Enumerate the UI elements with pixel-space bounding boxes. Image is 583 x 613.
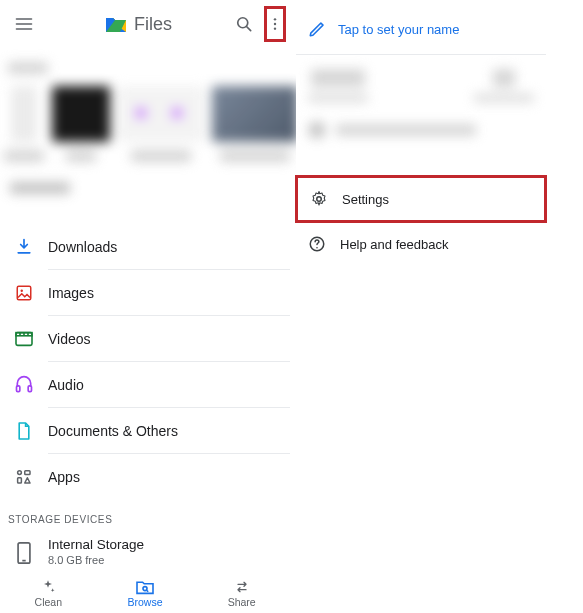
storage-title: Internal Storage: [48, 537, 144, 552]
category-documents[interactable]: Documents & Others: [0, 408, 290, 454]
overflow-panel: Tap to set your name Settings Help and f…: [296, 10, 546, 265]
svg-point-21: [317, 197, 322, 202]
swap-icon: [233, 579, 251, 595]
menu-label: Settings: [342, 192, 389, 207]
hamburger-menu-button[interactable]: [4, 4, 44, 44]
internal-storage-item[interactable]: Internal Storage 8.0 GB free: [0, 531, 290, 567]
categories-list: Downloads Images Videos Audio Documents: [0, 224, 290, 500]
bottom-navigation: Clean Browse Share: [0, 573, 290, 613]
files-logo-icon: [106, 16, 126, 32]
help-icon: [308, 235, 326, 253]
category-label: Audio: [48, 362, 290, 408]
topbar: Files: [0, 0, 290, 48]
category-audio[interactable]: Audio: [0, 362, 290, 408]
more-vert-icon: [267, 14, 283, 34]
folder-search-icon: [135, 579, 155, 595]
sparkle-icon: [39, 579, 57, 595]
video-icon: [10, 325, 38, 353]
menu-icon: [14, 14, 34, 34]
search-icon: [234, 14, 254, 34]
category-images[interactable]: Images: [0, 270, 290, 316]
overflow-menu-button[interactable]: [264, 6, 286, 42]
category-videos[interactable]: Videos: [0, 316, 290, 362]
set-name-row[interactable]: Tap to set your name: [296, 10, 546, 55]
category-label: Documents & Others: [48, 408, 290, 454]
audio-icon: [10, 371, 38, 399]
svg-rect-13: [28, 386, 31, 392]
recent-carousel-blurred: [0, 48, 290, 218]
category-label: Downloads: [48, 224, 290, 270]
svg-line-20: [147, 590, 149, 592]
svg-point-23: [316, 247, 318, 249]
apps-icon: [10, 463, 38, 491]
panel-stats-blurred: [296, 55, 546, 175]
nav-browse[interactable]: Browse: [97, 573, 194, 613]
menu-settings[interactable]: Settings: [295, 175, 547, 223]
svg-point-6: [21, 290, 23, 292]
category-label: Apps: [48, 454, 290, 500]
nav-label: Browse: [128, 596, 163, 608]
app-title: Files: [134, 14, 172, 35]
nav-clean[interactable]: Clean: [0, 573, 97, 613]
phone-storage-icon: [10, 539, 38, 567]
document-icon: [10, 417, 38, 445]
storage-subtitle: 8.0 GB free: [48, 554, 144, 566]
menu-help-feedback[interactable]: Help and feedback: [296, 223, 546, 265]
svg-point-19: [143, 586, 147, 590]
pencil-icon: [308, 20, 326, 38]
svg-rect-12: [17, 386, 20, 392]
set-name-label: Tap to set your name: [338, 22, 459, 37]
category-label: Images: [48, 270, 290, 316]
category-label: Videos: [48, 316, 290, 362]
nav-label: Share: [228, 596, 256, 608]
storage-section-header: STORAGE DEVICES: [0, 500, 290, 531]
search-button[interactable]: [224, 4, 264, 44]
svg-rect-15: [25, 471, 30, 475]
svg-rect-5: [17, 286, 31, 300]
menu-label: Help and feedback: [340, 237, 448, 252]
nav-label: Clean: [35, 596, 62, 608]
download-icon: [10, 233, 38, 261]
app-brand: Files: [106, 14, 224, 35]
category-apps[interactable]: Apps: [0, 454, 290, 500]
nav-share[interactable]: Share: [193, 573, 290, 613]
image-icon: [10, 279, 38, 307]
svg-line-1: [247, 27, 251, 31]
svg-point-3: [274, 23, 276, 25]
files-app-screen: Files: [0, 0, 290, 613]
gear-icon: [310, 190, 328, 208]
svg-point-14: [18, 471, 22, 475]
svg-rect-16: [18, 478, 22, 483]
svg-point-2: [274, 18, 276, 20]
svg-point-4: [274, 27, 276, 29]
category-downloads[interactable]: Downloads: [0, 224, 290, 270]
